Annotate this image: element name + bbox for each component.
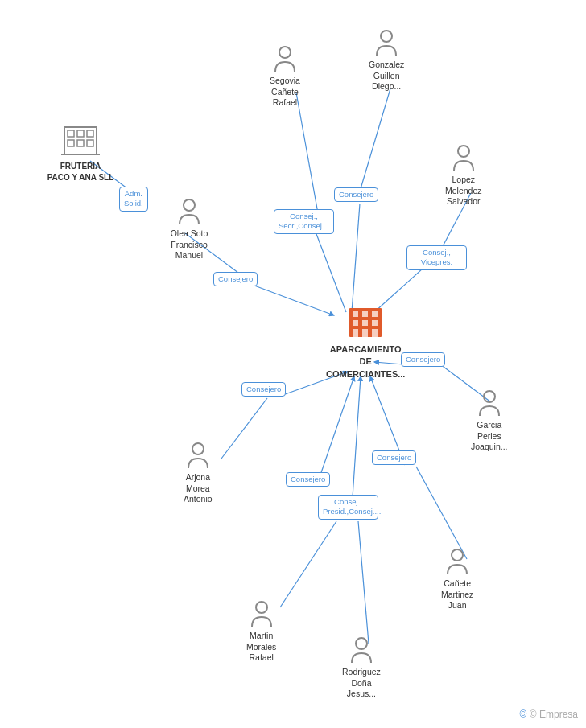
svg-line-17 (280, 521, 336, 607)
person-icon (272, 44, 298, 73)
consejero-olea-label: Consejero (213, 272, 258, 286)
consej-presid-badge[interactable]: Consej., Presid.,Consej.... (318, 495, 378, 520)
canete-label: Cañete Martinez Juan (441, 578, 473, 611)
svg-rect-33 (362, 311, 368, 317)
svg-rect-19 (64, 127, 97, 154)
svg-line-14 (352, 376, 361, 509)
svg-rect-23 (68, 140, 74, 146)
fruteria-label: FRUTERIA PACO Y ANA SLL (44, 161, 117, 183)
person-icon (185, 441, 211, 470)
consejero-mid-badge[interactable]: Consejero (286, 472, 330, 487)
adm-solid-label: Adm. Solid. (119, 187, 148, 212)
consejero-top-label: Consejero (334, 187, 378, 202)
svg-rect-22 (87, 130, 93, 137)
canete-node[interactable]: Cañete Martinez Juan (441, 547, 473, 611)
person-icon (477, 389, 502, 417)
svg-point-30 (458, 146, 469, 157)
connection-lines (0, 0, 586, 728)
garcia-label: Garcia Perles Joaquin... (471, 420, 508, 453)
svg-rect-37 (372, 320, 378, 326)
fruteria-node[interactable]: FRUTERIA PACO Y ANA SLL (44, 119, 117, 183)
person-icon (249, 599, 274, 628)
gonzalez-node[interactable]: Gonzalez Guillen Diego... (369, 28, 404, 93)
watermark: © © Empresa (520, 709, 578, 720)
adm-solid-badge[interactable]: Adm. Solid. (119, 187, 148, 212)
svg-rect-35 (353, 320, 358, 326)
consejero-top-badge[interactable]: Consejero (334, 187, 378, 202)
svg-line-3 (360, 88, 390, 191)
svg-point-27 (184, 199, 195, 211)
consejero-olea-badge[interactable]: Consejero (213, 272, 258, 286)
olea-node[interactable]: Olea Soto Francisco Manuel (157, 197, 221, 261)
svg-rect-38 (353, 329, 358, 337)
svg-point-45 (356, 638, 367, 649)
svg-line-5 (352, 204, 360, 312)
consej-presid-label: Consej., Presid.,Consej.... (318, 495, 378, 520)
building-icon (61, 119, 100, 158)
person-icon (451, 143, 477, 172)
person-icon (176, 197, 202, 226)
consej-secr-label: Consej., Secr.,Consej.... (274, 209, 334, 234)
svg-rect-36 (362, 320, 368, 326)
svg-line-2 (296, 93, 318, 213)
svg-line-16 (416, 467, 467, 559)
rodriguez-node[interactable]: Rodriguez Doña Jesus... (342, 635, 381, 700)
svg-point-43 (452, 549, 463, 561)
svg-line-8 (254, 286, 334, 315)
lopez-label: Lopez Melendez Salvador (445, 175, 482, 208)
person-icon (349, 635, 374, 664)
consejero-garcia-badge[interactable]: Consejero (401, 352, 445, 367)
martin-node[interactable]: Martin Morales Rafael (246, 599, 276, 664)
watermark-text: © Empresa (530, 709, 578, 720)
svg-point-29 (381, 31, 392, 42)
segovia-label: Segovia Cañete Rafael (270, 76, 300, 109)
svg-rect-21 (77, 130, 84, 137)
consej-vicepres-badge[interactable]: Consej., Vicepres. (406, 245, 467, 270)
svg-rect-24 (77, 140, 84, 146)
svg-rect-34 (372, 311, 378, 317)
building-icon-red (346, 302, 385, 340)
svg-rect-25 (87, 140, 93, 146)
svg-rect-20 (68, 130, 74, 137)
consej-vicepres-label: Consej., Vicepres. (406, 245, 467, 270)
svg-line-18 (358, 521, 369, 644)
consejero-mid-label: Consejero (286, 472, 330, 487)
svg-rect-40 (372, 329, 378, 337)
svg-rect-39 (362, 329, 368, 337)
aparcamiento-node[interactable]: APARCAMIENTO DE COMERCIANTES... (326, 302, 405, 380)
olea-label: Olea Soto Francisco Manuel (157, 228, 221, 261)
diagram-canvas: FRUTERIA PACO Y ANA SLL Adm. Solid. Olea… (0, 0, 586, 728)
segovia-node[interactable]: Segovia Cañete Rafael (270, 44, 300, 109)
arjona-node[interactable]: Arjona Morea Antonio (184, 441, 213, 505)
martin-label: Martin Morales Rafael (246, 631, 276, 664)
svg-point-44 (256, 602, 267, 613)
person-icon (444, 547, 470, 576)
rodriguez-label: Rodriguez Doña Jesus... (342, 667, 381, 700)
consejero-garcia-label: Consejero (401, 352, 445, 367)
arjona-label: Arjona Morea Antonio (184, 472, 213, 505)
consej-secr-badge[interactable]: Consej., Secr.,Consej.... (274, 209, 334, 234)
svg-line-13 (316, 376, 354, 487)
aparcamiento-label: APARCAMIENTO DE COMERCIANTES... (326, 343, 405, 380)
gonzalez-label: Gonzalez Guillen Diego... (369, 60, 404, 93)
consejero-canete-badge[interactable]: Consejero (372, 450, 416, 465)
svg-line-11 (221, 398, 267, 459)
consejero-arjona-badge[interactable]: Consejero (241, 382, 286, 397)
svg-line-6 (314, 228, 346, 312)
svg-point-28 (279, 47, 291, 58)
consejero-arjona-label: Consejero (241, 382, 286, 397)
svg-point-41 (484, 391, 495, 402)
consejero-canete-label: Consejero (372, 450, 416, 465)
svg-point-42 (192, 443, 204, 454)
person-icon (373, 28, 399, 57)
svg-rect-32 (353, 311, 358, 317)
garcia-node[interactable]: Garcia Perles Joaquin... (471, 389, 508, 453)
lopez-node[interactable]: Lopez Melendez Salvador (445, 143, 482, 208)
